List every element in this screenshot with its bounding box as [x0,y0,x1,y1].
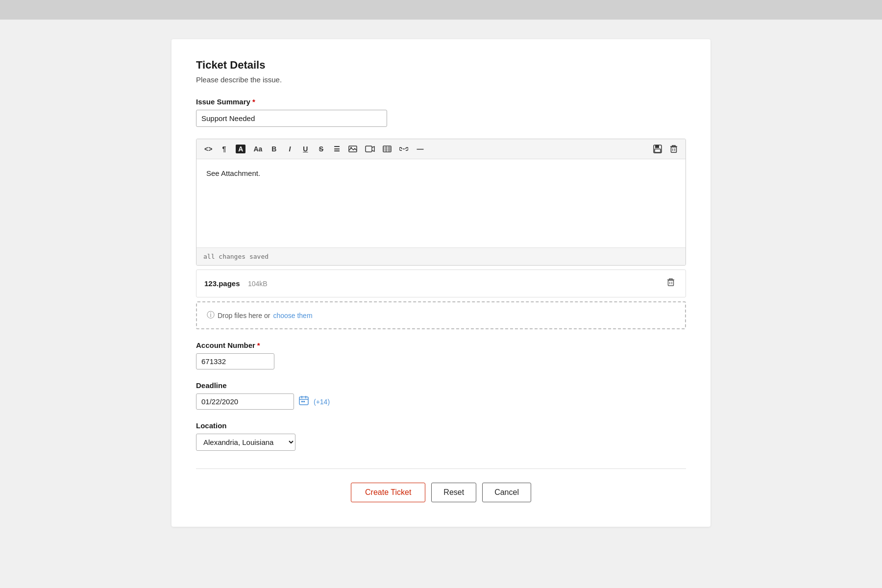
toolbar-strikethrough-btn[interactable]: S [314,142,328,156]
underline-icon: U [303,145,308,153]
toolbar-image-btn[interactable] [345,142,360,156]
date-row: (+14) [196,393,686,410]
issue-summary-label: Issue Summary * [196,98,686,106]
issue-summary-field-group: Issue Summary * [196,98,686,127]
toolbar-code-btn[interactable]: <> [201,142,215,156]
svg-rect-22 [303,401,305,402]
font-size-icon: Aa [253,145,262,153]
required-star: * [252,98,255,106]
actions-row: Create Ticket Reset Cancel [196,483,686,502]
toolbar-save-btn[interactable] [650,142,665,156]
attachment-delete-icon [667,278,675,287]
svg-rect-21 [301,401,303,402]
text-color-icon: A [236,145,245,153]
code-icon: <> [204,145,212,153]
bold-icon: B [271,145,276,153]
create-ticket-button[interactable]: Create Ticket [351,483,425,502]
image-icon [348,146,357,152]
save-icon [653,145,662,153]
deadline-badge[interactable]: (+14) [314,398,330,406]
dropzone[interactable]: ⓘ Drop files here or choose them [196,301,686,329]
deadline-label: Deadline [196,381,686,390]
account-number-field-group: Account Number * [196,341,686,369]
section-subtitle: Please describe the issue. [196,75,686,84]
toolbar-paragraph-btn[interactable]: ¶ [217,142,231,156]
svg-rect-2 [366,146,372,152]
toolbar-delete-btn[interactable] [667,142,681,156]
account-number-input[interactable] [196,353,274,369]
toolbar-text-color-btn[interactable]: A [233,142,248,156]
svg-rect-3 [383,146,391,152]
toolbar-font-size-btn[interactable]: Aa [250,142,265,156]
toolbar-list-btn[interactable]: ☰ [330,142,343,156]
editor-container: <> ¶ A Aa B I [196,139,686,266]
form-divider [196,468,686,469]
dropzone-link[interactable]: choose them [273,312,312,319]
location-label: Location [196,421,686,430]
editor-toolbar: <> ¶ A Aa B I [196,139,686,159]
editor-field-group: <> ¶ A Aa B I [196,139,686,329]
svg-rect-11 [671,147,677,152]
list-icon: ☰ [334,145,340,153]
form-card: Ticket Details Please describe the issue… [172,39,710,527]
toolbar-link-btn[interactable] [396,142,411,156]
account-number-label: Account Number * [196,341,686,349]
section-title: Ticket Details [196,59,686,72]
toolbar-table-btn[interactable] [380,142,394,156]
toolbar-right [650,142,681,156]
strikethrough-icon: S [319,145,323,153]
hr-icon: — [416,145,423,153]
dropzone-text: Drop files here or [218,312,270,319]
editor-body[interactable]: See Attachment. [196,159,686,247]
toolbar-underline-btn[interactable]: U [298,142,312,156]
location-select[interactable]: Alexandria, Louisiana New Orleans, Louis… [196,434,295,451]
svg-rect-9 [655,145,659,148]
toolbar-hr-btn[interactable]: — [413,142,427,156]
account-required-star: * [257,341,260,349]
attachment-size: 104kB [248,280,268,288]
attachment-name: 123.pages [204,279,240,288]
deadline-field-group: Deadline (+14) [196,381,686,410]
calendar-btn[interactable] [298,395,310,408]
svg-rect-10 [655,149,661,152]
page-background: Ticket Details Please describe the issue… [0,20,882,588]
location-field-group: Location Alexandria, Louisiana New Orlea… [196,421,686,451]
delete-icon [670,145,678,153]
calendar-icon [299,395,309,405]
issue-summary-input[interactable] [196,110,387,127]
video-icon [365,146,375,152]
reset-button[interactable]: Reset [431,483,476,502]
toolbar-bold-btn[interactable]: B [267,142,281,156]
attachment-delete-btn[interactable] [664,277,678,290]
table-icon [383,146,392,152]
paragraph-icon: ¶ [222,145,226,153]
italic-icon: I [289,145,291,153]
deadline-input[interactable] [196,393,294,410]
link-icon [399,147,408,151]
toolbar-italic-btn[interactable]: I [283,142,296,156]
dropzone-info-icon: ⓘ [207,310,215,320]
attachment-row: 123.pages 104kB [196,270,686,297]
attachment-info: 123.pages 104kB [204,279,268,288]
cancel-button[interactable]: Cancel [482,483,531,502]
editor-status: all changes saved [196,247,686,265]
toolbar-video-btn[interactable] [362,142,378,156]
svg-rect-14 [668,280,674,286]
